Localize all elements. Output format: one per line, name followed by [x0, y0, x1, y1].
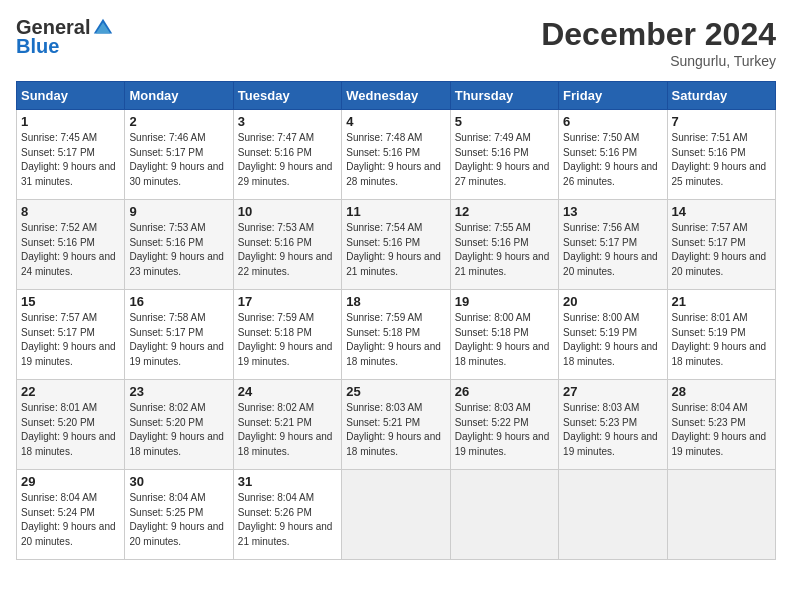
table-row: 12 Sunrise: 7:55 AM Sunset: 5:16 PM Dayl… — [450, 200, 558, 290]
calendar-week-row: 15 Sunrise: 7:57 AM Sunset: 5:17 PM Dayl… — [17, 290, 776, 380]
table-row: 22 Sunrise: 8:01 AM Sunset: 5:20 PM Dayl… — [17, 380, 125, 470]
day-number: 1 — [21, 114, 120, 129]
day-number: 26 — [455, 384, 554, 399]
day-info: Sunrise: 7:56 AM Sunset: 5:17 PM Dayligh… — [563, 221, 662, 279]
table-row — [667, 470, 775, 560]
day-info: Sunrise: 7:47 AM Sunset: 5:16 PM Dayligh… — [238, 131, 337, 189]
table-row: 14 Sunrise: 7:57 AM Sunset: 5:17 PM Dayl… — [667, 200, 775, 290]
table-row: 7 Sunrise: 7:51 AM Sunset: 5:16 PM Dayli… — [667, 110, 775, 200]
table-row — [559, 470, 667, 560]
day-info: Sunrise: 7:59 AM Sunset: 5:18 PM Dayligh… — [346, 311, 445, 369]
day-number: 28 — [672, 384, 771, 399]
logo-icon — [92, 17, 114, 39]
calendar-week-row: 1 Sunrise: 7:45 AM Sunset: 5:17 PM Dayli… — [17, 110, 776, 200]
table-row: 29 Sunrise: 8:04 AM Sunset: 5:24 PM Dayl… — [17, 470, 125, 560]
table-row — [450, 470, 558, 560]
table-row: 28 Sunrise: 8:04 AM Sunset: 5:23 PM Dayl… — [667, 380, 775, 470]
table-row: 10 Sunrise: 7:53 AM Sunset: 5:16 PM Dayl… — [233, 200, 341, 290]
day-number: 9 — [129, 204, 228, 219]
day-info: Sunrise: 7:52 AM Sunset: 5:16 PM Dayligh… — [21, 221, 120, 279]
col-saturday: Saturday — [667, 82, 775, 110]
day-info: Sunrise: 7:45 AM Sunset: 5:17 PM Dayligh… — [21, 131, 120, 189]
day-number: 24 — [238, 384, 337, 399]
month-title: December 2024 — [541, 16, 776, 53]
day-info: Sunrise: 7:46 AM Sunset: 5:17 PM Dayligh… — [129, 131, 228, 189]
day-info: Sunrise: 8:00 AM Sunset: 5:19 PM Dayligh… — [563, 311, 662, 369]
day-info: Sunrise: 8:04 AM Sunset: 5:25 PM Dayligh… — [129, 491, 228, 549]
logo-blue: Blue — [16, 35, 59, 58]
day-info: Sunrise: 8:03 AM Sunset: 5:21 PM Dayligh… — [346, 401, 445, 459]
day-info: Sunrise: 7:50 AM Sunset: 5:16 PM Dayligh… — [563, 131, 662, 189]
day-info: Sunrise: 7:54 AM Sunset: 5:16 PM Dayligh… — [346, 221, 445, 279]
table-row: 6 Sunrise: 7:50 AM Sunset: 5:16 PM Dayli… — [559, 110, 667, 200]
day-info: Sunrise: 8:03 AM Sunset: 5:22 PM Dayligh… — [455, 401, 554, 459]
table-row: 24 Sunrise: 8:02 AM Sunset: 5:21 PM Dayl… — [233, 380, 341, 470]
day-info: Sunrise: 7:55 AM Sunset: 5:16 PM Dayligh… — [455, 221, 554, 279]
table-row: 9 Sunrise: 7:53 AM Sunset: 5:16 PM Dayli… — [125, 200, 233, 290]
table-row: 19 Sunrise: 8:00 AM Sunset: 5:18 PM Dayl… — [450, 290, 558, 380]
table-row: 5 Sunrise: 7:49 AM Sunset: 5:16 PM Dayli… — [450, 110, 558, 200]
day-info: Sunrise: 7:49 AM Sunset: 5:16 PM Dayligh… — [455, 131, 554, 189]
title-section: December 2024 Sungurlu, Turkey — [541, 16, 776, 69]
table-row: 21 Sunrise: 8:01 AM Sunset: 5:19 PM Dayl… — [667, 290, 775, 380]
day-number: 10 — [238, 204, 337, 219]
day-number: 5 — [455, 114, 554, 129]
day-number: 8 — [21, 204, 120, 219]
day-number: 7 — [672, 114, 771, 129]
day-number: 2 — [129, 114, 228, 129]
col-friday: Friday — [559, 82, 667, 110]
day-number: 30 — [129, 474, 228, 489]
table-row: 23 Sunrise: 8:02 AM Sunset: 5:20 PM Dayl… — [125, 380, 233, 470]
day-number: 13 — [563, 204, 662, 219]
day-number: 6 — [563, 114, 662, 129]
day-number: 25 — [346, 384, 445, 399]
col-wednesday: Wednesday — [342, 82, 450, 110]
day-number: 15 — [21, 294, 120, 309]
day-info: Sunrise: 8:01 AM Sunset: 5:20 PM Dayligh… — [21, 401, 120, 459]
col-sunday: Sunday — [17, 82, 125, 110]
table-row: 4 Sunrise: 7:48 AM Sunset: 5:16 PM Dayli… — [342, 110, 450, 200]
day-info: Sunrise: 7:57 AM Sunset: 5:17 PM Dayligh… — [672, 221, 771, 279]
table-row: 31 Sunrise: 8:04 AM Sunset: 5:26 PM Dayl… — [233, 470, 341, 560]
calendar-week-row: 22 Sunrise: 8:01 AM Sunset: 5:20 PM Dayl… — [17, 380, 776, 470]
table-row: 16 Sunrise: 7:58 AM Sunset: 5:17 PM Dayl… — [125, 290, 233, 380]
day-number: 16 — [129, 294, 228, 309]
day-number: 3 — [238, 114, 337, 129]
table-row: 2 Sunrise: 7:46 AM Sunset: 5:17 PM Dayli… — [125, 110, 233, 200]
day-number: 19 — [455, 294, 554, 309]
calendar-week-row: 29 Sunrise: 8:04 AM Sunset: 5:24 PM Dayl… — [17, 470, 776, 560]
table-row: 13 Sunrise: 7:56 AM Sunset: 5:17 PM Dayl… — [559, 200, 667, 290]
table-row: 30 Sunrise: 8:04 AM Sunset: 5:25 PM Dayl… — [125, 470, 233, 560]
day-number: 17 — [238, 294, 337, 309]
table-row: 11 Sunrise: 7:54 AM Sunset: 5:16 PM Dayl… — [342, 200, 450, 290]
day-info: Sunrise: 7:53 AM Sunset: 5:16 PM Dayligh… — [129, 221, 228, 279]
table-row: 15 Sunrise: 7:57 AM Sunset: 5:17 PM Dayl… — [17, 290, 125, 380]
day-info: Sunrise: 8:04 AM Sunset: 5:23 PM Dayligh… — [672, 401, 771, 459]
day-number: 23 — [129, 384, 228, 399]
calendar-header-row: Sunday Monday Tuesday Wednesday Thursday… — [17, 82, 776, 110]
table-row: 25 Sunrise: 8:03 AM Sunset: 5:21 PM Dayl… — [342, 380, 450, 470]
day-number: 20 — [563, 294, 662, 309]
day-info: Sunrise: 8:02 AM Sunset: 5:21 PM Dayligh… — [238, 401, 337, 459]
day-info: Sunrise: 8:04 AM Sunset: 5:24 PM Dayligh… — [21, 491, 120, 549]
day-number: 31 — [238, 474, 337, 489]
calendar-table: Sunday Monday Tuesday Wednesday Thursday… — [16, 81, 776, 560]
table-row: 3 Sunrise: 7:47 AM Sunset: 5:16 PM Dayli… — [233, 110, 341, 200]
day-number: 12 — [455, 204, 554, 219]
day-number: 14 — [672, 204, 771, 219]
day-info: Sunrise: 8:02 AM Sunset: 5:20 PM Dayligh… — [129, 401, 228, 459]
table-row: 27 Sunrise: 8:03 AM Sunset: 5:23 PM Dayl… — [559, 380, 667, 470]
calendar-week-row: 8 Sunrise: 7:52 AM Sunset: 5:16 PM Dayli… — [17, 200, 776, 290]
day-number: 11 — [346, 204, 445, 219]
table-row — [342, 470, 450, 560]
col-tuesday: Tuesday — [233, 82, 341, 110]
day-info: Sunrise: 7:57 AM Sunset: 5:17 PM Dayligh… — [21, 311, 120, 369]
day-number: 22 — [21, 384, 120, 399]
table-row: 26 Sunrise: 8:03 AM Sunset: 5:22 PM Dayl… — [450, 380, 558, 470]
location-subtitle: Sungurlu, Turkey — [541, 53, 776, 69]
day-info: Sunrise: 8:01 AM Sunset: 5:19 PM Dayligh… — [672, 311, 771, 369]
table-row: 20 Sunrise: 8:00 AM Sunset: 5:19 PM Dayl… — [559, 290, 667, 380]
day-info: Sunrise: 7:58 AM Sunset: 5:17 PM Dayligh… — [129, 311, 228, 369]
table-row: 1 Sunrise: 7:45 AM Sunset: 5:17 PM Dayli… — [17, 110, 125, 200]
day-number: 29 — [21, 474, 120, 489]
